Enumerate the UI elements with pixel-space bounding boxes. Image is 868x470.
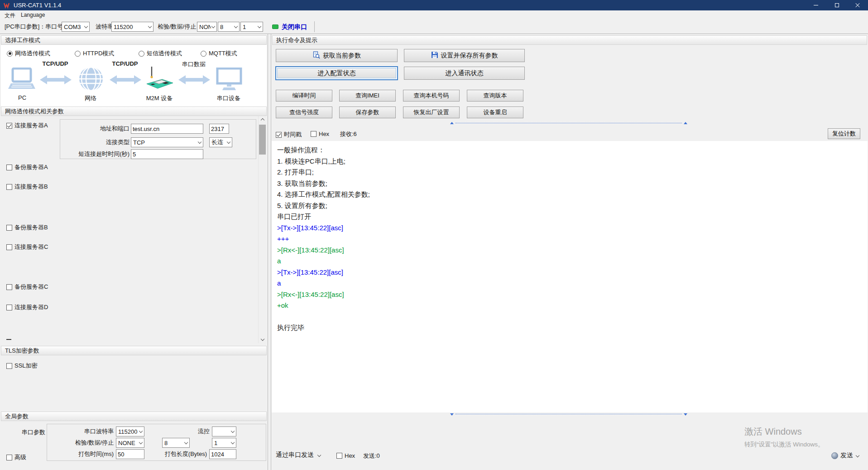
timeout-label: 短连接超时时间(秒) [62, 149, 129, 159]
get-params-button[interactable]: 获取当前参数 [276, 49, 398, 62]
diagram-link-label: 串口数据 [176, 60, 212, 68]
radio-net-passthrough[interactable]: 网络透传模式 [7, 49, 50, 58]
hex-display-checkbox[interactable]: Hex [311, 131, 329, 137]
close-button[interactable] [847, 0, 868, 10]
parity-select[interactable]: NONI [197, 22, 217, 32]
radio-httpd[interactable]: HTTPD模式 [75, 49, 114, 58]
checkbox-icon [6, 165, 12, 170]
stopbits-select[interactable]: 1 [240, 22, 263, 32]
cmd-button[interactable]: 设备重启 [467, 107, 523, 118]
server-checkbox[interactable]: 备份服务器A [6, 163, 48, 171]
chevron-up-icon [260, 118, 264, 121]
baud-label: 波特率 [96, 19, 113, 34]
pack-len-input[interactable] [209, 449, 236, 459]
log-line: 2. 打开串口; [277, 167, 863, 178]
chevron-down-icon [258, 24, 261, 28]
checkbox-icon [311, 131, 317, 137]
log-output: 一般操作流程：1. 模块连PC串口,上电;2. 打开串口;3. 获取当前参数;4… [272, 141, 868, 412]
diagram-link-label: TCP/UDP [37, 60, 73, 67]
cmd-button[interactable]: 查询IMEI [339, 90, 396, 102]
serial-toolbar: [PC串口参数]：串口号 COM3 波特率 115200 检验/数据/停止 NO… [0, 19, 868, 34]
checkbox-icon [6, 225, 12, 231]
log-line: >[Tx->][13:45:22][asc] [277, 223, 863, 234]
send-hex-checkbox[interactable]: Hex [336, 452, 355, 459]
scroll-down-button[interactable] [259, 335, 266, 343]
server-checkbox[interactable]: 连接服务器C [6, 243, 48, 251]
server-a-panel: 地址和端口 连接类型 TCP 长连 短连接超时时间(秒) [60, 119, 256, 159]
radio-icon [139, 51, 144, 57]
chevron-down-icon [234, 24, 238, 28]
log-line [277, 311, 863, 323]
log-line: >[Rx<-][13:45:22][asc] [277, 289, 863, 300]
cmd-button[interactable]: 查询版本 [467, 90, 523, 102]
global-parity-select[interactable]: NONE [116, 438, 144, 448]
baud-select[interactable]: 115200 [111, 22, 153, 32]
minimize-button[interactable] [806, 0, 826, 10]
timeout-input[interactable] [131, 149, 203, 159]
server-checkbox[interactable]: 连接服务器B [6, 183, 48, 191]
com-port-select[interactable]: COM3 [62, 22, 90, 32]
log-line: >[Tx->][13:45:22][asc] [277, 267, 863, 278]
send-splitter[interactable] [271, 412, 868, 416]
chevron-down-icon [856, 453, 859, 457]
log-line: 一般操作流程： [277, 145, 863, 156]
port-label: [PC串口参数]：串口号 [5, 19, 63, 34]
global-baud-select[interactable]: 115200 [116, 426, 144, 436]
checkbox-icon [6, 363, 12, 369]
scroll-up-button[interactable] [259, 116, 266, 124]
log-splitter[interactable] [271, 121, 868, 125]
arrow-icon [109, 75, 142, 87]
log-line: 串口已打开 [277, 211, 863, 223]
server-checkbox[interactable]: 备份服务器B [6, 223, 48, 232]
server-a-checkbox[interactable]: 连接服务器A [6, 121, 48, 130]
global-databits-select[interactable]: 8 [162, 438, 190, 448]
scrollbar-thumb[interactable] [259, 125, 266, 155]
radio-sms-passthrough[interactable]: 短信透传模式 [139, 49, 182, 58]
conn-type-select[interactable]: TCP [131, 137, 203, 147]
ssl-checkbox[interactable]: SSL加密 [6, 362, 38, 370]
left-scrollbar [258, 116, 266, 343]
server-checkbox[interactable]: 备份服务器C [6, 283, 48, 291]
menu-file[interactable]: 文件 [3, 12, 17, 19]
menu-language[interactable]: Language [19, 12, 47, 18]
maximize-button[interactable] [826, 0, 847, 10]
diagram-node-label: M2M 设备 [141, 94, 177, 102]
enter-config-button[interactable]: 进入配置状态 [276, 67, 398, 80]
global-serial-panel: 串口波特率 115200 流控 检验/数据/停止 NONE 8 1 打包时间(m… [47, 424, 266, 461]
cmd-button[interactable]: 查询本机号码 [403, 90, 460, 102]
diagram-node-label: PC [9, 94, 36, 101]
log-line: +++ [277, 233, 863, 245]
keepalive-select[interactable]: 长连 [209, 137, 232, 147]
checkbox-icon [336, 453, 342, 459]
set-save-params-button[interactable]: 设置并保存所有参数 [404, 49, 525, 62]
advanced-checkbox[interactable]: 高级 [6, 453, 26, 461]
log-line: >[Rx<-][13:45:22][asc] [277, 245, 863, 256]
checkbox-icon [6, 244, 12, 250]
server-addr-input[interactable] [131, 124, 203, 134]
cmd-button[interactable]: 保存参数 [339, 107, 396, 118]
cmd-button[interactable]: 查信号强度 [276, 107, 332, 118]
chevron-down-icon [227, 140, 230, 143]
send-via-serial-dropdown[interactable]: 通过串口发送 [276, 451, 321, 459]
menubar: 文件 Language [0, 10, 868, 19]
enter-comm-button[interactable]: 进入通讯状态 [404, 67, 525, 80]
databits-select[interactable]: 8 [218, 22, 240, 32]
timestamp-checkbox[interactable]: 时间戳 [276, 131, 302, 139]
flow-select[interactable] [212, 426, 236, 436]
conn-type-label: 连接类型 [62, 137, 129, 147]
reset-count-button[interactable]: 复位计数 [828, 128, 860, 139]
cmd-button[interactable]: 编译时间 [276, 90, 332, 102]
cmd-button[interactable]: 恢复出厂设置 [403, 107, 460, 118]
send-button[interactable]: 发送 [831, 451, 859, 460]
global-stopbits-select[interactable]: 1 [212, 438, 236, 448]
addr-label: 地址和端口 [62, 124, 129, 134]
windows-activation-watermark: 激活 Windows 转到“设置”以激活 Windows。 [744, 426, 824, 449]
radio-mqtt[interactable]: MQTT模式 [201, 49, 237, 58]
server-port-input[interactable] [209, 124, 229, 134]
close-serial-button[interactable]: 关闭串口 [282, 19, 307, 34]
parity-label: 检验/数据/停止 [158, 19, 196, 34]
sent-count: 发送:0 [363, 451, 380, 461]
chevron-down-icon [84, 24, 88, 28]
log-line: a [277, 278, 863, 289]
server-checkbox[interactable]: 连接服务器D [6, 303, 48, 311]
